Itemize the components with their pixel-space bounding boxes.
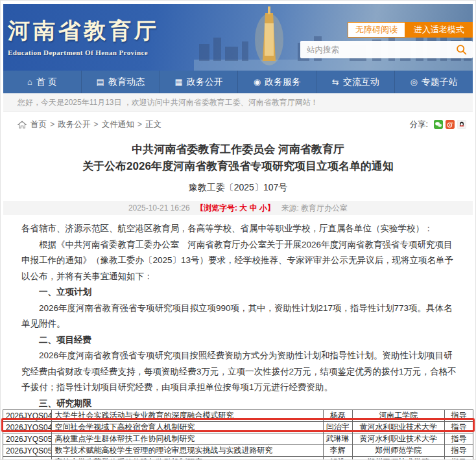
elder-mode-button[interactable]: 进入适老模式 [405, 22, 473, 38]
nav-item-gov-disclosure[interactable]: ▦ 政务公开 [160, 71, 239, 93]
main-nav: ⌂ 首 页 ▤ 教育动态 ▦ 政务公开 ◉ 政务服务 ⇆ 交流互动 ◎ 专题子站 [3, 71, 473, 93]
service-icon: ◉ [254, 77, 261, 87]
cell-leader: 武琳琳 [323, 433, 352, 445]
page: 河南省教育厅 Education Department Of Henan Pro… [0, 0, 476, 460]
breadcrumb-separator: > [137, 120, 142, 129]
cell-unit: 河南工学院 [352, 410, 444, 422]
nav-label: 首 页 [36, 76, 57, 88]
breadcrumb-file-notices[interactable]: 文件通知 [102, 119, 134, 130]
publish-date: 2025-10-21 16:26 [128, 203, 190, 213]
nav-label: 教育动态 [108, 76, 145, 88]
section-heading-1: 一、立项计划 [21, 284, 457, 301]
cell-unit: 黄河水利职业技术大学 [352, 433, 444, 445]
cell-project-title: 高校大学生荣誉体系的构建与奖励机制研究 [52, 457, 323, 460]
cell-leader: 闫治宇 [323, 422, 352, 433]
cell-project-code: 2026JYQS052 [3, 457, 52, 460]
nav-label: 政务公开 [187, 76, 223, 88]
nav-item-special-subsites[interactable]: ◎ 专题子站 [395, 71, 473, 93]
search-input[interactable] [300, 45, 456, 54]
cell-unit: 郑州师范学院 [352, 445, 444, 457]
accessibility-reading-button[interactable]: 无障碍阅读 [348, 22, 405, 38]
nav-label: 政务服务 [265, 76, 301, 88]
font-size-switcher[interactable]: 【浏览字号: 大 中 小】 [196, 203, 275, 213]
nav-label: 交流互动 [343, 76, 379, 88]
site-search [300, 41, 473, 58]
subsite-icon: ◎ [410, 77, 417, 87]
paragraph-recipients: 各省辖市、济源示范区、航空港区教育局，各高等学校、省属中等职业学校，厅直属各单位… [21, 221, 457, 237]
site-header: 河南省教育厅 Education Department Of Henan Pro… [3, 4, 473, 71]
nav-item-gov-services[interactable]: ◉ 政务服务 [238, 71, 316, 93]
qq-icon[interactable] [457, 120, 466, 129]
table-row-highlighted: 2026JYQS049 空间社会学视域下高校宿舍育人机制研究 闫治宇 黄河水利职… [3, 422, 473, 433]
cell-leader: 解浩 [323, 457, 352, 460]
breadcrumb-separator: > [50, 120, 54, 129]
article-meta-bar: 2025-10-21 16:26 【浏览字号: 大 中 小】 来源: 教育厅办公… [3, 201, 473, 215]
home-icon: ⌂ [27, 77, 32, 87]
breadcrumb-current: 正文 [145, 119, 161, 130]
document-number: 豫教工委〔2025〕107号 [3, 179, 473, 195]
disclosure-icon: ▦ [174, 77, 182, 87]
cell-project-code: 2026JYQS050 [3, 433, 52, 445]
cell-category: 指导 [444, 422, 473, 433]
article-title-line2: 关于公布2026年度河南省教育强省专项研究项目立项名单的通知 [3, 158, 473, 175]
cell-project-title: 数字技术赋能高校学生管理的理论审思现实挑战与实践进路研究 [52, 445, 323, 457]
article-title: 中共河南省委教育工作委员会 河南省教育厅 关于公布2026年度河南省教育强省专项… [3, 141, 473, 175]
site-title: 河南省教育厅 [8, 16, 160, 46]
project-table: 2026JYQS048 大学生社会实践活动与专业教育的深度融合模式研究 杨磊 河… [3, 409, 473, 460]
cell-project-code: 2026JYQS051 [3, 445, 52, 457]
wechat-icon[interactable] [434, 120, 443, 129]
table-row: 2026JYQS051 数字技术赋能高校学生管理的理论审思现实挑战与实践进路研究… [3, 445, 473, 457]
cell-unit: 郑州工程技术学院 [352, 457, 444, 460]
section-heading-2: 二、项目经费 [21, 332, 457, 349]
source-label: 来源: 教育厅办公室 [281, 203, 348, 213]
table-row: 2026JYQS048 大学生社会实践活动与专业教育的深度融合模式研究 杨磊 河… [3, 410, 473, 422]
cell-leader: 杨磊 [323, 410, 352, 422]
nav-item-education-news[interactable]: ▤ 教育动态 [82, 71, 160, 93]
paragraph-funding: 2026年度河南省教育强省专项研究项目按照经费资助方式分为资助性计划和指导性计划… [21, 348, 457, 396]
home-icon[interactable] [18, 121, 27, 129]
cell-category: 指导 [444, 410, 473, 422]
cell-category: 指导 [444, 445, 473, 457]
nav-item-home[interactable]: ⌂ 首 页 [3, 71, 82, 93]
breadcrumb-separator: > [93, 120, 98, 129]
breadcrumb: 首页 > 政务公开 > 文件通知 > 正文 分享: [3, 115, 473, 133]
cell-project-code: 2026JYQS049 [3, 422, 52, 433]
nav-item-interaction[interactable]: ⇆ 交流互动 [316, 71, 395, 93]
paragraph-plan: 2026年度河南省教育强省专项研究项目拟立项990项，其中，资助性计划217项，… [21, 301, 457, 332]
share-label: 分享: [410, 119, 428, 130]
weibo-icon[interactable] [446, 120, 455, 129]
search-icon[interactable] [456, 44, 467, 55]
cell-leader: 李辉 [323, 445, 352, 457]
nav-label: 专题子站 [422, 76, 458, 88]
welcome-bar: 您好，今天是2025年11月13日 ，欢迎访问中共河南省委教育工委、河南省教育厅… [3, 93, 473, 112]
article-title-line1: 中共河南省委教育工作委员会 河南省教育厅 [3, 141, 473, 158]
corn-tower [255, 6, 283, 65]
paragraph-basis: 根据《中共河南省委教育工委办公室 河南省教育厅办公室关于开展2026年度河南省教… [21, 237, 457, 285]
cell-unit: 黄河水利职业技术大学 [352, 422, 444, 433]
site-logo: 河南省教育厅 Education Department Of Henan Pro… [8, 16, 160, 56]
header-buttons: 无障碍阅读 进入适老模式 [348, 22, 473, 38]
cell-project-title: 空间社会学视域下高校宿舍育人机制研究 [52, 422, 323, 433]
cell-category: 指导 [444, 433, 473, 445]
cell-project-code: 2026JYQS048 [3, 410, 52, 422]
interaction-icon: ⇆ [332, 77, 339, 87]
cell-project-title: 大学生社会实践活动与专业教育的深度融合模式研究 [52, 410, 323, 422]
table-row: 2026JYQS052 高校大学生荣誉体系的构建与奖励机制研究 解浩 郑州工程技… [3, 457, 473, 460]
share-widget: 分享: [410, 119, 466, 130]
cell-category: 指导 [444, 457, 473, 460]
breadcrumb-home[interactable]: 首页 [30, 119, 47, 130]
table-row: 2026JYQS050 高校重点学生群体帮扶工作协同机制研究 武琳琳 黄河水利职… [3, 433, 473, 445]
news-icon: ▤ [97, 77, 104, 87]
site-title-english: Education Department Of Henan Province [8, 49, 160, 56]
breadcrumb-gov-disclosure[interactable]: 政务公开 [58, 119, 90, 130]
cell-project-title: 高校重点学生群体帮扶工作协同机制研究 [52, 433, 323, 445]
